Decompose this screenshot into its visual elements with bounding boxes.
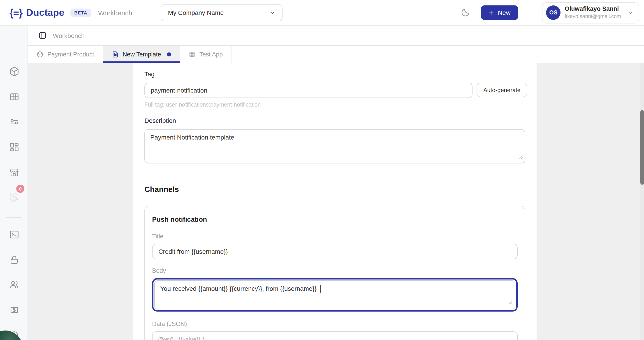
chevron-down-icon <box>270 10 275 16</box>
new-button-label: New <box>498 9 510 16</box>
main-content: Workbench Payment Product New Template <box>28 26 644 340</box>
push-body-focus-ring: You received {{amount}} {{currency}}, fr… <box>152 278 518 311</box>
tab-bar: Payment Product New Template Test App <box>28 45 644 63</box>
scrollbar-thumb[interactable] <box>640 110 644 185</box>
auto-generate-button[interactable]: Auto-generate <box>476 83 527 97</box>
tag-label: Tag <box>144 71 525 78</box>
company-selector-value: My Company Name <box>168 9 224 16</box>
push-title-label: Title <box>152 233 518 240</box>
unsaved-changes-dot <box>167 52 171 56</box>
push-body-label: Body <box>152 267 518 274</box>
new-button[interactable]: + New <box>481 6 518 20</box>
template-form-page: Tag Auto-generate Full tag: user-notific… <box>133 63 537 340</box>
tab-label: Test App <box>200 51 223 58</box>
sidebar-item-dashboard[interactable] <box>6 138 22 155</box>
table-icon <box>9 91 19 102</box>
notification-count-badge: 0 <box>16 185 24 193</box>
section-divider <box>144 175 525 175</box>
workbench-title: Workbench <box>53 32 84 39</box>
tab-test-app[interactable]: Test App <box>180 46 232 63</box>
users-icon <box>9 279 19 290</box>
topbar-divider <box>530 6 530 19</box>
theme-toggle-button[interactable] <box>460 8 470 18</box>
push-data-textarea[interactable]: {"key": "{{value}}"} <box>152 331 518 340</box>
topbar-divider <box>147 6 147 20</box>
lock-icon <box>9 254 19 265</box>
sidebar-item-marketplace[interactable] <box>6 163 22 181</box>
description-label: Description <box>144 117 525 124</box>
push-body-textarea[interactable]: You received {{amount}} {{currency}}, fr… <box>154 280 516 309</box>
document-icon <box>112 51 118 58</box>
toggle-panel-button[interactable] <box>38 31 47 40</box>
push-title-input[interactable] <box>152 244 518 259</box>
storefront-icon <box>9 167 19 177</box>
sidebar-item-billing[interactable] <box>6 301 22 318</box>
push-data-label: Data (JSON) <box>152 320 518 327</box>
sidebar-item-team[interactable] <box>6 276 22 293</box>
dashboard-icon <box>9 142 19 152</box>
product-label: Workbench <box>98 9 132 17</box>
sidebar-divider <box>6 217 21 218</box>
tag-input[interactable] <box>144 83 472 98</box>
icon-sidebar: 0 <box>0 26 28 340</box>
tab-label: Payment Product <box>48 51 94 58</box>
user-email: fikayo.sanni@gmail.com <box>564 13 621 20</box>
scrollbar-track[interactable] <box>640 63 644 340</box>
screen: {≡} Ductape BETA Workbench My Company Na… <box>0 0 644 340</box>
user-menu[interactable]: OS Oluwafikayo Sanni fikayo.sanni@gmail.… <box>542 2 639 23</box>
grid-icon <box>189 51 196 58</box>
handshake-icon <box>9 192 19 202</box>
chevron-down-icon <box>627 10 633 16</box>
push-notification-heading: Push notification <box>152 215 518 223</box>
top-bar: {≡} Ductape BETA Workbench My Company Na… <box>0 0 644 26</box>
ductape-logo-text: Ductape <box>26 7 64 18</box>
editor-canvas: Tag Auto-generate Full tag: user-notific… <box>28 63 644 340</box>
sidebar-item-products[interactable] <box>6 63 22 80</box>
beta-badge: BETA <box>70 8 92 17</box>
company-selector[interactable]: My Company Name <box>161 4 282 21</box>
sliders-icon <box>9 116 19 127</box>
panel-layout-icon <box>38 31 47 40</box>
sidebar-item-terminal[interactable] <box>6 226 22 243</box>
channels-heading: Channels <box>144 185 525 194</box>
user-name: Oluwafikayo Sanni <box>564 6 621 13</box>
terminal-icon <box>9 229 19 239</box>
tag-helper-text: Full tag: user-notifications:payment-not… <box>144 102 525 108</box>
tab-new-template[interactable]: New Template <box>103 46 180 63</box>
ductape-logo-icon: {≡} <box>10 8 22 18</box>
description-textarea[interactable]: Payment Notification template <box>144 129 525 163</box>
sidebar-item-security[interactable] <box>6 251 22 268</box>
billing-icon <box>9 304 19 315</box>
avatar: OS <box>546 6 560 20</box>
sidebar-item-settings[interactable] <box>6 113 22 130</box>
moon-icon <box>460 8 470 18</box>
package-icon <box>36 51 43 58</box>
tab-label: New Template <box>122 51 161 58</box>
plus-icon: + <box>489 9 493 17</box>
sidebar-item-tables[interactable] <box>6 88 22 105</box>
workbench-header: Workbench <box>28 26 644 45</box>
package-icon <box>9 66 19 77</box>
push-notification-card: Push notification Title Body You receive… <box>144 206 525 340</box>
tab-payment-product[interactable]: Payment Product <box>28 46 103 63</box>
